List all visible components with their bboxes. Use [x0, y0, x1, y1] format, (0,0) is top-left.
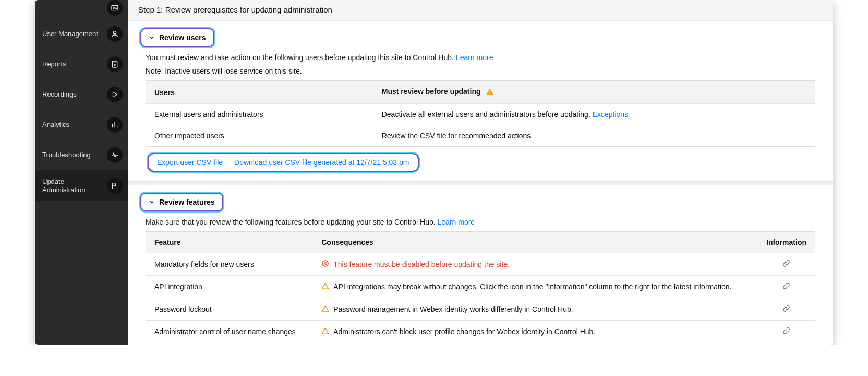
- warning-icon: [486, 87, 494, 97]
- user-card-icon: [107, 0, 123, 16]
- sidebar-item-user-management[interactable]: User Management: [35, 19, 128, 49]
- document-icon: [107, 56, 123, 72]
- col-users: Users: [146, 81, 373, 104]
- table-row: Password lockout Password management in …: [146, 298, 815, 321]
- cell-info: [758, 321, 815, 343]
- text: API integrations may break without chang…: [333, 283, 731, 291]
- text: Administrators can't block user profile …: [333, 327, 595, 336]
- table-row: Administrator control of user name chang…: [146, 321, 815, 343]
- cell-feature: Mandatory fields for new users: [146, 253, 314, 276]
- chevron-down-icon: [149, 199, 155, 205]
- sidebar-item-label: Recordings: [42, 90, 107, 99]
- section-review-features: Review features Make sure that you revie…: [128, 185, 833, 345]
- cell-user-type: Other impacted users: [146, 125, 373, 147]
- sidebar-item-label: User Management: [42, 30, 107, 38]
- svg-point-2: [113, 31, 116, 34]
- cell-consequence: API integrations may break without chang…: [313, 276, 757, 298]
- svg-marker-4: [113, 92, 117, 97]
- download-csv-link[interactable]: Download user CSV file generated at 12/7…: [234, 158, 409, 167]
- features-table: Feature Consequences Information Mandato…: [146, 231, 815, 343]
- sidebar-item-update-administration[interactable]: Update Administration: [35, 170, 128, 201]
- sidebar-item-recordings[interactable]: Recordings: [35, 79, 128, 110]
- step-header: Step 1: Review prerequisites for updatin…: [128, 0, 833, 21]
- cell-consequence: This feature must be disabled before upd…: [313, 253, 757, 276]
- sidebar-item-label: Troubleshooting: [42, 151, 107, 159]
- col-information: Information: [758, 232, 815, 253]
- review-features-intro: Make sure that you review the following …: [146, 218, 815, 226]
- section-review-users: Review users You must review and take ac…: [128, 21, 833, 176]
- learn-more-link[interactable]: Learn more: [456, 53, 493, 62]
- app-window: User Management Reports Recordings Analy…: [35, 0, 833, 345]
- cell-feature: Password lockout: [146, 298, 314, 321]
- sidebar-item-top[interactable]: [35, 0, 128, 19]
- cell-feature: Administrator control of user name chang…: [146, 321, 314, 343]
- chevron-down-icon: [149, 34, 155, 41]
- user-icon: [107, 26, 123, 42]
- table-row: External users and administrators Deacti…: [146, 104, 815, 125]
- sidebar: User Management Reports Recordings Analy…: [35, 0, 128, 345]
- text: This feature must be disabled before upd…: [333, 260, 510, 268]
- col-feature: Feature: [146, 232, 314, 253]
- review-users-intro: You must review and take action on the f…: [146, 53, 815, 62]
- pulse-icon: [107, 147, 123, 163]
- svg-rect-5: [490, 91, 490, 92]
- col-consequences: Consequences: [313, 232, 757, 253]
- bars-icon: [107, 117, 123, 133]
- table-row: Mandatory fields for new users This feat…: [146, 253, 815, 276]
- sidebar-item-label: Reports: [42, 60, 107, 68]
- cell-info: [758, 276, 815, 298]
- sidebar-item-reports[interactable]: Reports: [35, 49, 128, 79]
- svg-point-1: [113, 7, 115, 9]
- text: Deactivate all external users and admini…: [382, 110, 593, 119]
- table-row: Other impacted users Review the CSV file…: [146, 125, 815, 147]
- review-features-body: Make sure that you review the following …: [141, 210, 819, 343]
- play-icon: [107, 87, 123, 102]
- text: Password management in Webex identity wo…: [333, 305, 573, 313]
- cell-user-type: External users and administrators: [146, 104, 373, 125]
- link-icon[interactable]: [782, 328, 790, 336]
- warning-icon: [321, 282, 329, 291]
- cell-action: Deactivate all external users and admini…: [373, 104, 815, 125]
- cell-consequence: Password management in Webex identity wo…: [313, 298, 757, 321]
- svg-rect-6: [490, 93, 490, 93]
- link-icon[interactable]: [782, 306, 790, 314]
- cell-feature: API integration: [146, 276, 314, 298]
- text: You must review and take action on the f…: [146, 53, 456, 62]
- sidebar-item-label: Update Administration: [42, 178, 107, 194]
- main-content: Step 1: Review prerequisites for updatin…: [128, 0, 833, 345]
- csv-actions: Export user CSV file Download user CSV f…: [149, 154, 418, 171]
- col-must-review-label: Must review before updating: [382, 87, 481, 96]
- cell-info: [758, 298, 815, 321]
- accordion-title: Review users: [159, 33, 206, 42]
- review-users-body: You must review and take action on the f…: [141, 46, 819, 174]
- link-icon[interactable]: [782, 261, 790, 269]
- sidebar-item-analytics[interactable]: Analytics: [35, 110, 128, 140]
- review-users-toggle[interactable]: Review users: [141, 29, 213, 46]
- cell-consequence: Administrators can't block user profile …: [313, 321, 757, 343]
- warning-icon: [321, 304, 329, 314]
- text: Review the CSV file for recommended acti…: [382, 132, 533, 140]
- cell-info: [758, 253, 815, 276]
- text: Make sure that you review the following …: [146, 218, 438, 226]
- section-divider: [128, 181, 833, 185]
- table-row: API integration API integrations may bre…: [146, 276, 815, 298]
- export-csv-link[interactable]: Export user CSV file: [157, 158, 223, 167]
- exceptions-link[interactable]: Exceptions: [593, 110, 628, 119]
- col-must-review: Must review before updating: [373, 81, 815, 104]
- warning-icon: [321, 327, 329, 336]
- review-features-toggle[interactable]: Review features: [141, 194, 222, 210]
- review-users-note: Note: Inactive users will lose service o…: [146, 67, 815, 75]
- users-table: Users Must review before updating Exter: [146, 80, 815, 147]
- sidebar-item-label: Analytics: [42, 121, 107, 129]
- cell-action: Review the CSV file for recommended acti…: [373, 125, 815, 147]
- error-icon: [321, 260, 329, 269]
- flag-icon: [107, 178, 123, 194]
- accordion-title: Review features: [159, 198, 215, 206]
- learn-more-link[interactable]: Learn more: [438, 218, 475, 226]
- sidebar-item-troubleshooting[interactable]: Troubleshooting: [35, 140, 128, 170]
- link-icon[interactable]: [782, 283, 790, 291]
